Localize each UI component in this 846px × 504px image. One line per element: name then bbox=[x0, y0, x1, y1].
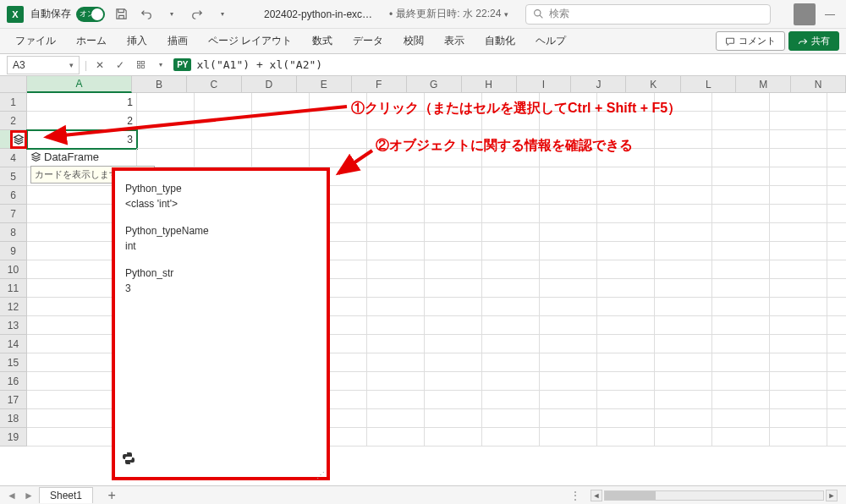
cell-H9[interactable] bbox=[482, 242, 540, 260]
cell-E4[interactable] bbox=[310, 149, 367, 167]
cell-H19[interactable] bbox=[482, 428, 540, 446]
tab-formulas[interactable]: 数式 bbox=[304, 30, 341, 52]
diagnostic-icon[interactable] bbox=[133, 58, 148, 73]
cell-K15[interactable] bbox=[655, 353, 712, 372]
cell-B2[interactable] bbox=[137, 112, 195, 130]
row-header-6[interactable]: 6 bbox=[0, 186, 27, 205]
add-sheet-button[interactable]: + bbox=[103, 487, 120, 504]
col-header-M[interactable]: M bbox=[736, 76, 791, 93]
row-header-19[interactable]: 19 bbox=[0, 428, 27, 446]
cell-M19[interactable] bbox=[770, 428, 827, 446]
cell-N10[interactable] bbox=[827, 260, 846, 279]
undo-dropdown-icon[interactable]: ▾ bbox=[162, 5, 181, 24]
cell-G13[interactable] bbox=[425, 316, 482, 335]
row-header-5[interactable]: 5 bbox=[0, 167, 27, 186]
cell-J9[interactable] bbox=[597, 242, 655, 260]
cell-L15[interactable] bbox=[712, 353, 770, 372]
cell-I13[interactable] bbox=[540, 316, 597, 335]
cell-J19[interactable] bbox=[597, 428, 655, 446]
cell-M12[interactable] bbox=[770, 298, 827, 316]
cell-F8[interactable] bbox=[367, 223, 425, 242]
cell-C1[interactable] bbox=[195, 93, 252, 112]
cell-A3[interactable]: 3 bbox=[27, 130, 137, 149]
row-header-18[interactable]: 18 bbox=[0, 409, 27, 428]
col-header-F[interactable]: F bbox=[352, 76, 407, 93]
cell-B4[interactable] bbox=[137, 149, 195, 167]
cell-L13[interactable] bbox=[712, 316, 770, 335]
cell-I17[interactable] bbox=[540, 391, 597, 409]
col-header-E[interactable]: E bbox=[297, 76, 352, 93]
col-header-B[interactable]: B bbox=[132, 76, 187, 93]
cell-A1[interactable]: 1 bbox=[27, 93, 137, 112]
cell-L16[interactable] bbox=[712, 372, 770, 391]
cell-H10[interactable] bbox=[482, 260, 540, 279]
cell-J17[interactable] bbox=[597, 391, 655, 409]
cell-C3[interactable] bbox=[195, 130, 252, 149]
cell-K13[interactable] bbox=[655, 316, 712, 335]
tab-help[interactable]: ヘルプ bbox=[527, 30, 574, 52]
tab-draw[interactable]: 描画 bbox=[159, 30, 196, 52]
row-header-12[interactable]: 12 bbox=[0, 298, 27, 316]
cell-J10[interactable] bbox=[597, 260, 655, 279]
cell-K16[interactable] bbox=[655, 372, 712, 391]
cell-F11[interactable] bbox=[367, 279, 425, 298]
sheet-prev-icon[interactable]: ◄ bbox=[5, 489, 19, 502]
cell-H16[interactable] bbox=[482, 372, 540, 391]
sheet-tab-1[interactable]: Sheet1 bbox=[39, 487, 93, 503]
col-header-K[interactable]: K bbox=[626, 76, 681, 93]
cell-H13[interactable] bbox=[482, 316, 540, 335]
tab-view[interactable]: 表示 bbox=[436, 30, 473, 52]
cell-E3[interactable] bbox=[310, 130, 367, 149]
cell-F13[interactable] bbox=[367, 316, 425, 335]
cell-F14[interactable] bbox=[367, 335, 425, 353]
cell-H6[interactable] bbox=[482, 186, 540, 205]
cell-L12[interactable] bbox=[712, 298, 770, 316]
cell-G6[interactable] bbox=[425, 186, 482, 205]
col-header-J[interactable]: J bbox=[571, 76, 626, 93]
cell-C4[interactable] bbox=[195, 149, 252, 167]
row-header-17[interactable]: 17 bbox=[0, 391, 27, 409]
cell-M4[interactable] bbox=[770, 149, 827, 167]
cell-M17[interactable] bbox=[770, 391, 827, 409]
cell-N11[interactable] bbox=[827, 279, 846, 298]
cell-F5[interactable] bbox=[367, 167, 425, 186]
cell-L14[interactable] bbox=[712, 335, 770, 353]
cell-I18[interactable] bbox=[540, 409, 597, 428]
cell-H5[interactable] bbox=[482, 167, 540, 186]
cell-I8[interactable] bbox=[540, 223, 597, 242]
cell-G5[interactable] bbox=[425, 167, 482, 186]
cell-D2[interactable] bbox=[252, 112, 310, 130]
cell-N4[interactable] bbox=[827, 149, 846, 167]
cell-I6[interactable] bbox=[540, 186, 597, 205]
cell-G8[interactable] bbox=[425, 223, 482, 242]
formula-input[interactable]: xl("A1") + xl("A2") bbox=[191, 58, 846, 71]
cell-H8[interactable] bbox=[482, 223, 540, 242]
cell-G15[interactable] bbox=[425, 353, 482, 372]
tab-file[interactable]: ファイル bbox=[7, 30, 64, 52]
col-header-L[interactable]: L bbox=[681, 76, 736, 93]
cell-G7[interactable] bbox=[425, 205, 482, 223]
row-header-1[interactable]: 1 bbox=[0, 93, 27, 112]
cell-F16[interactable] bbox=[367, 372, 425, 391]
cell-M6[interactable] bbox=[770, 186, 827, 205]
cell-J13[interactable] bbox=[597, 316, 655, 335]
select-all-button[interactable] bbox=[0, 76, 27, 93]
cell-N5[interactable] bbox=[827, 167, 846, 186]
cell-K12[interactable] bbox=[655, 298, 712, 316]
cell-F7[interactable] bbox=[367, 205, 425, 223]
tab-automate[interactable]: 自動化 bbox=[476, 30, 524, 52]
cell-K4[interactable] bbox=[655, 149, 712, 167]
cell-L9[interactable] bbox=[712, 242, 770, 260]
cell-H15[interactable] bbox=[482, 353, 540, 372]
cell-J7[interactable] bbox=[597, 205, 655, 223]
cell-M11[interactable] bbox=[770, 279, 827, 298]
cell-J5[interactable] bbox=[597, 167, 655, 186]
tab-pagelayout[interactable]: ページ レイアウト bbox=[200, 30, 300, 52]
cell-H11[interactable] bbox=[482, 279, 540, 298]
fx-dropdown-icon[interactable]: ▾ bbox=[153, 58, 168, 73]
cell-N13[interactable] bbox=[827, 316, 846, 335]
cell-N14[interactable] bbox=[827, 335, 846, 353]
cell-J12[interactable] bbox=[597, 298, 655, 316]
cell-I10[interactable] bbox=[540, 260, 597, 279]
cell-I14[interactable] bbox=[540, 335, 597, 353]
